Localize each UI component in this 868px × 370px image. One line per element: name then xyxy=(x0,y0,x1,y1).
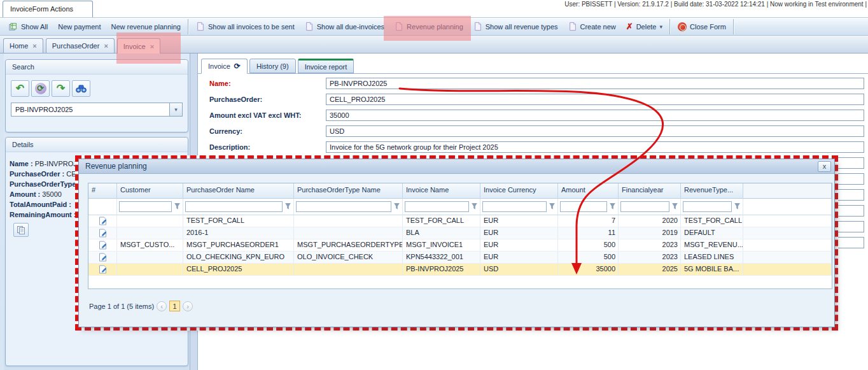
filter-funnel-icon[interactable] xyxy=(609,203,616,211)
tab-invoice[interactable]: Invoice × xyxy=(117,38,160,53)
tab-invoice-detail[interactable]: Invoice ⟳ xyxy=(201,59,248,74)
column-header[interactable]: Invoice Name xyxy=(403,183,480,199)
cell-currency: EUR xyxy=(480,239,558,252)
filter-input[interactable] xyxy=(296,201,391,212)
column-header[interactable]: Financialyear xyxy=(619,183,681,199)
column-header[interactable]: Amount xyxy=(558,183,619,199)
description-field[interactable] xyxy=(326,141,864,153)
dropdown-arrow-icon[interactable]: ▾ xyxy=(659,24,662,30)
filter-input[interactable] xyxy=(620,201,669,212)
column-header[interactable]: Customer xyxy=(117,183,183,199)
show-all-label: Show All xyxy=(21,23,48,31)
name-label: Name: xyxy=(209,80,231,87)
delete-x-icon: ✗ xyxy=(626,22,633,31)
tab-history[interactable]: History (9) xyxy=(249,59,296,73)
filter-funnel-icon[interactable] xyxy=(393,203,400,211)
filter-input[interactable] xyxy=(119,201,172,212)
close-form-button[interactable]: Close Form xyxy=(673,19,731,34)
binoculars-icon xyxy=(76,85,87,93)
tab-invoice-report[interactable]: Invoice report xyxy=(298,59,354,73)
filter-funnel-icon[interactable] xyxy=(549,203,556,211)
show-invoices-to-be-sent-button[interactable]: Show all invoices to be sent xyxy=(191,19,300,34)
filter-funnel-icon[interactable] xyxy=(174,203,181,211)
combo-dropdown-button[interactable]: ▾ xyxy=(169,103,182,116)
close-icon[interactable]: × xyxy=(104,42,108,50)
filter-cell-filler xyxy=(743,199,832,215)
row-edit-button[interactable] xyxy=(88,239,117,252)
filter-input[interactable] xyxy=(185,201,283,212)
tab-history-label: History (9) xyxy=(256,62,289,70)
purchaseorder-field[interactable] xyxy=(326,94,864,105)
copy-button[interactable] xyxy=(13,223,29,237)
row-edit-button[interactable] xyxy=(88,264,117,276)
column-header[interactable]: RevenueType... xyxy=(681,183,743,199)
filter-funnel-icon[interactable] xyxy=(471,203,478,211)
close-icon[interactable]: × xyxy=(32,42,36,50)
currency-field[interactable] xyxy=(326,125,864,137)
filter-funnel-icon[interactable] xyxy=(671,203,678,211)
column-header[interactable]: PurchaseOrder Name xyxy=(183,183,294,199)
refresh-button[interactable]: ⟳ xyxy=(31,80,50,97)
tab-purchaseorder[interactable]: PurchaseOrder × xyxy=(46,38,115,53)
cell-po-name: OLO_CHECKING_KPN_EURO xyxy=(183,252,294,264)
column-header[interactable]: PurchaseOrderType Name xyxy=(294,183,403,199)
table-row[interactable]: OLO_CHECKING_KPN_EURO OLO_INVOICE_CHECK … xyxy=(88,252,832,264)
cell-filler xyxy=(743,227,832,239)
table-row[interactable]: MSGT_CUSTO... MSGT_PURCHASEORDER1 MSGT_P… xyxy=(88,239,832,252)
row-edit-button[interactable] xyxy=(88,227,117,239)
document-icon xyxy=(196,22,205,31)
window-tab-bar: Home × PurchaseOrder × Invoice × xyxy=(0,36,868,53)
new-revenue-planning-button[interactable]: New revenue planning xyxy=(106,19,185,34)
navigate-forward-button[interactable]: ↷ xyxy=(52,80,70,97)
filter-funnel-icon[interactable] xyxy=(284,203,291,211)
cell-amount: 11 xyxy=(558,227,619,239)
filter-cell xyxy=(681,199,743,215)
tab-home[interactable]: Home × xyxy=(3,38,43,53)
dialog-close-button[interactable]: x xyxy=(818,161,831,172)
cell-customer xyxy=(117,215,183,227)
row-edit-button[interactable] xyxy=(88,252,117,264)
close-icon[interactable]: × xyxy=(150,43,154,50)
show-all-button[interactable]: Show All xyxy=(4,19,53,34)
detail-value: 35000 xyxy=(42,190,62,198)
revenue-planning-button[interactable]: Revenue planning xyxy=(389,19,468,34)
close-form-label: Close Form xyxy=(690,23,726,31)
tab-home-label: Home xyxy=(10,42,28,50)
table-row[interactable]: 2016-1 BLA EUR 11 2019 DEFAULT xyxy=(88,227,832,239)
create-new-button[interactable]: Create new xyxy=(563,19,621,34)
name-field[interactable] xyxy=(326,78,864,89)
filter-input[interactable] xyxy=(560,201,607,212)
dialog-title: Revenue planning xyxy=(79,159,834,174)
toolbar-separator xyxy=(669,19,671,34)
prev-page-button[interactable]: ‹ xyxy=(157,301,167,311)
edit-icon xyxy=(99,241,107,250)
invoiceform-actions-tab[interactable]: InvoiceForm Actions xyxy=(3,1,93,17)
find-button[interactable] xyxy=(72,80,90,97)
table-row[interactable]: TEST_FOR_CALL TEST_FOR_CALL EUR 7 2020 T… xyxy=(88,215,832,227)
column-header[interactable]: Invoice Currency xyxy=(480,183,558,199)
new-payment-button[interactable]: New payment xyxy=(53,19,106,34)
show-all-revenue-types-button[interactable]: Show all revenue types xyxy=(468,19,563,34)
filter-input[interactable] xyxy=(482,201,547,212)
navigate-back-button[interactable]: ↶ xyxy=(11,80,29,97)
cell-revenuetype: TEST_FOR_CALL xyxy=(681,215,743,227)
amount-field[interactable] xyxy=(326,110,864,121)
cell-financialyear: 2023 xyxy=(619,239,681,252)
document-icon xyxy=(305,22,314,31)
next-page-button[interactable]: › xyxy=(183,301,193,311)
show-all-revenue-types-label: Show all revenue types xyxy=(486,23,558,31)
row-edit-button[interactable] xyxy=(88,215,117,227)
delete-button[interactable]: ✗ Delete ▾ xyxy=(621,19,668,34)
search-combo-input[interactable] xyxy=(11,103,169,116)
filter-input[interactable] xyxy=(405,201,469,212)
show-due-invoices-button[interactable]: Show all due-invoices xyxy=(300,19,389,34)
current-page-button[interactable]: 1 xyxy=(169,301,180,311)
cell-invoice-name: PB-INVPROJ2025 xyxy=(403,264,480,276)
amount-label: Amount excl VAT excl WHT: xyxy=(209,111,301,119)
column-header[interactable]: # xyxy=(88,183,117,199)
refresh-icon[interactable]: ⟳ xyxy=(234,62,241,71)
table-row-selected[interactable]: CELL_PROJ2025 PB-INVPROJ2025 USD 35000 2… xyxy=(88,264,832,276)
filter-input[interactable] xyxy=(683,201,732,212)
filter-funnel-icon[interactable] xyxy=(734,203,741,211)
search-panel-header: Search xyxy=(6,60,188,75)
